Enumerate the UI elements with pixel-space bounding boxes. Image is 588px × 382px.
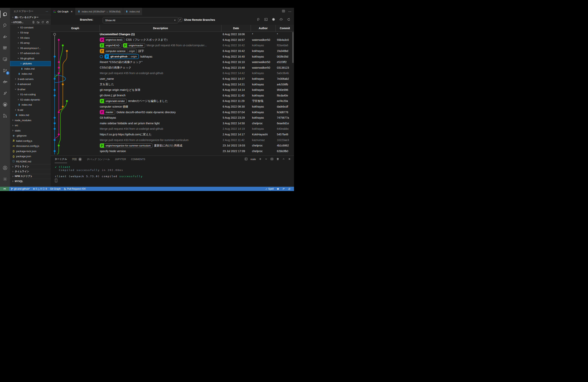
- commit-row[interactable]: Merge pull request #34 from ut-code/git-…: [51, 126, 294, 132]
- close-tab-icon[interactable]: ✕: [71, 10, 73, 13]
- tree-item-package-json[interactable]: {}package.json: [10, 154, 51, 159]
- tree-item-index-md[interactable]: index.md: [10, 66, 51, 71]
- fetch-cloud-icon[interactable]: [279, 18, 283, 22]
- branch-label[interactable]: git-and-githuborigin: [105, 54, 139, 59]
- pet-icon[interactable]: [275, 187, 281, 191]
- tab-terminal[interactable]: ターミナル: [55, 156, 67, 163]
- branch-label[interactable]: origin/HEAD: [100, 43, 121, 48]
- tree-item-docusaurus-config-js[interactable]: JSdocusaurus.config.js: [10, 144, 51, 149]
- split-terminal-icon[interactable]: [271, 158, 273, 161]
- tree-item-src[interactable]: src: [10, 123, 51, 128]
- new-file-icon[interactable]: [32, 21, 35, 24]
- sidebar-section-タイムライン[interactable]: タイムライン: [10, 169, 51, 174]
- notifications-bell-icon[interactable]: [286, 187, 292, 191]
- branch-label[interactable]: computer-scienceorigin: [100, 49, 137, 53]
- tree-item-9-old[interactable]: 9-old: [10, 107, 51, 113]
- tree-item-02-constant[interactable]: 02-constant: [10, 25, 51, 30]
- sidebar-section-MYSQL[interactable]: MYSQL: [10, 179, 51, 184]
- status-git-graph[interactable]: Git Graph: [48, 187, 62, 191]
- tab-debug-console[interactable]: デバッグ コンソール: [87, 156, 110, 163]
- shell-label[interactable]: node: [251, 158, 256, 161]
- tree-item-02-static-dynamic[interactable]: 02-static-dynamic: [10, 97, 51, 102]
- tree-item-pictures[interactable]: pictures: [10, 61, 51, 66]
- sidebar-section-アウトライン[interactable]: アウトライン: [10, 164, 51, 169]
- editor-more-icon[interactable]: ⋯: [288, 10, 291, 13]
- explorer-icon[interactable]: [0, 9, 10, 19]
- col-date[interactable]: Date: [221, 25, 251, 32]
- tab-index-md[interactable]: index.md: [123, 8, 142, 15]
- tab-problems[interactable]: 問題8: [72, 156, 82, 163]
- tree-item--gitignore[interactable]: .gitignore: [10, 133, 51, 138]
- find-commit-icon[interactable]: [257, 18, 260, 22]
- commit-row[interactable]: https://.co.jpをhttps://github.comに変えた2 A…: [51, 132, 294, 137]
- split-editor-icon[interactable]: [282, 10, 285, 13]
- sidebar-more-icon[interactable]: ⋯: [46, 10, 48, 13]
- extensions-icon[interactable]: [0, 43, 10, 53]
- status-branch[interactable]: git-and-github*: [9, 187, 31, 191]
- branch-filter-dropdown[interactable]: Show All ▼: [103, 17, 178, 23]
- share-account-icon[interactable]: [281, 187, 286, 191]
- source-control-graph-icon[interactable]: 1: [0, 66, 10, 75]
- tab-jupyter[interactable]: JUPYTER: [115, 156, 126, 163]
- commit-row[interactable]: git-and-githuboriginkokhayas6 Aug 2022 1…: [51, 54, 294, 59]
- tree-item-babel-config-js[interactable]: Bbabel.config.js: [10, 138, 51, 144]
- tree-item-06-anonymous-f-[interactable]: 06-anonymous-f...: [10, 45, 51, 51]
- col-commit[interactable]: Commit: [276, 25, 294, 32]
- terminal-dropdown-icon[interactable]: [265, 158, 268, 161]
- refresh-explorer-icon[interactable]: [42, 21, 44, 24]
- tree-item-01-not-coding[interactable]: 01-not-coding: [10, 92, 51, 97]
- branch-label[interactable]: master: [100, 110, 115, 114]
- maximize-panel-icon[interactable]: [282, 158, 285, 161]
- github-icon[interactable]: [0, 100, 10, 109]
- close-panel-icon[interactable]: [288, 158, 291, 161]
- branch-label[interactable]: origin/master: [123, 43, 145, 48]
- show-remote-branches-checkbox[interactable]: ✓ Show Remote Branches: [178, 18, 215, 22]
- remote-explorer-icon[interactable]: [0, 54, 10, 64]
- run-debug-icon[interactable]: [0, 32, 10, 42]
- tree-item-05-array[interactable]: 05-array: [10, 41, 51, 46]
- commit-row[interactable]: make sidebar foldable and set prism them…: [51, 121, 294, 126]
- tree-item-07-advanced-css[interactable]: 07-advanced-css: [10, 51, 51, 56]
- commit-row[interactable]: origin/add-renderrenderのページを編集しました6 Aug …: [51, 98, 294, 104]
- tab-comments[interactable]: COMMENTS: [131, 156, 145, 163]
- tree-item-index-md[interactable]: index.md: [10, 71, 51, 77]
- terminal-output[interactable]: ✔ Client Compiled successfully in 202.08…: [51, 163, 294, 183]
- tree-item-8-other[interactable]: 8-other: [10, 87, 51, 92]
- remote-indicator[interactable]: ><: [0, 187, 9, 191]
- commit-row[interactable]: Uncommitted Changes (1)6 Aug 2022 18:06*…: [51, 32, 294, 37]
- commit-row[interactable]: Git kokhayas5 Aug 2022 23:29kokhayas7475…: [51, 115, 294, 121]
- graph-settings-icon[interactable]: [272, 18, 275, 22]
- status-pull-request[interactable]: Pull Request #34: [62, 187, 87, 191]
- commit-row[interactable]: user_name6 Aug 2022 14:27kokhayas7e306ab…: [51, 76, 294, 82]
- pull-request-icon[interactable]: [0, 111, 10, 121]
- branch-label[interactable]: origin/css-test1: [100, 38, 124, 42]
- status-problems[interactable]: ⊗0 △0 ⓘ8: [31, 187, 48, 191]
- settings-gear-icon[interactable]: [0, 174, 10, 184]
- commit-row[interactable]: specify Node version23 Jul 2022 17:09che…: [51, 149, 294, 154]
- commit-row[interactable]: computer science 俯瞰6 Aug 2022 08:30kokha…: [51, 104, 294, 109]
- tree-item-04-class[interactable]: 04-class: [10, 35, 51, 41]
- project-section-header[interactable]: UTCOD...: [10, 20, 51, 25]
- commit-row[interactable]: git merge origin mainなどを加筆6 Aug 2022 14:…: [51, 87, 294, 93]
- kill-terminal-icon[interactable]: [276, 158, 279, 161]
- commit-row[interactable]: computer-scienceorigin誤字6 Aug 2022 16:42…: [51, 48, 294, 54]
- refresh-graph-icon[interactable]: [287, 18, 291, 22]
- tree-item-index-md[interactable]: index.md: [10, 102, 51, 107]
- search-icon[interactable]: [0, 21, 10, 30]
- commit-row[interactable]: Revert "CSSの節の画像チェック"6 Aug 2022 16:10wat…: [51, 59, 294, 65]
- tree-item-index-md[interactable]: index.md: [10, 113, 51, 118]
- tab-git-graph[interactable]: Git Graph ✕: [51, 8, 75, 15]
- tree-item-static[interactable]: static: [10, 128, 51, 133]
- branch-label[interactable]: origin/reorganize-for-summer-curriculum: [100, 143, 152, 148]
- status-spell[interactable]: ✓Spell: [264, 187, 275, 191]
- tree-item-08-git-github[interactable]: 08-git-github: [10, 56, 51, 61]
- open-editors-section[interactable]: 開いているエディター: [10, 15, 51, 20]
- new-folder-icon[interactable]: [37, 21, 40, 24]
- branch-label[interactable]: origin/add-render: [100, 99, 126, 103]
- terminal-icon[interactable]: [264, 18, 268, 22]
- commit-row[interactable]: Merge pull request #33 from ut-code/reor…: [51, 137, 294, 143]
- commit-row[interactable]: Merge pull request #35 from ut-code/git-…: [51, 70, 294, 76]
- tree-item-4-advanced[interactable]: 4-advanced: [10, 82, 51, 87]
- commit-row[interactable]: origin/HEADorigin/masterMerge pull reque…: [51, 42, 294, 48]
- commit-row[interactable]: origin/reorganize-for-summer-curriculum夏…: [51, 143, 294, 149]
